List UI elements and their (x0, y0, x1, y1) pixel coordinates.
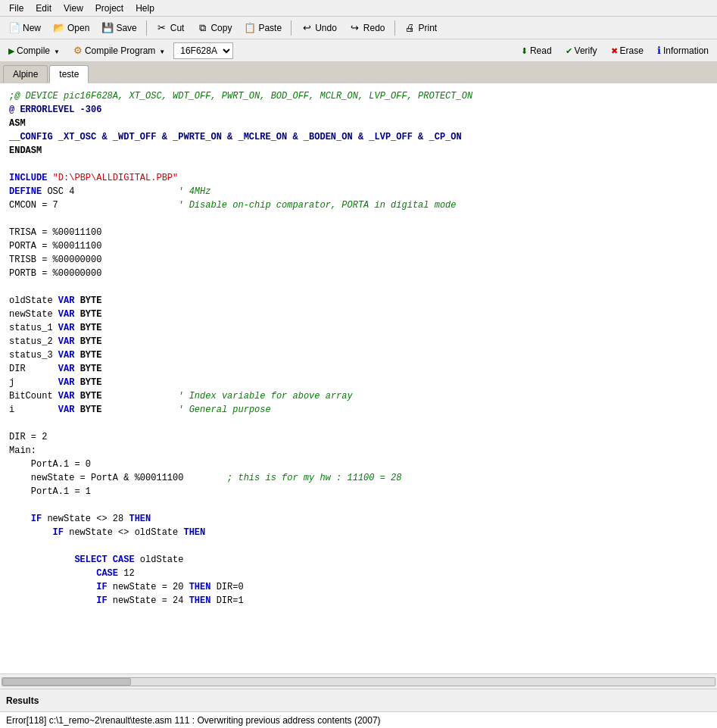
menu-file[interactable]: File (3, 2, 30, 15)
save-icon (101, 22, 114, 34)
code-content: ;@ DEVICE pic16F628A, XT_OSC, WDT_OFF, P… (0, 83, 717, 614)
compile-program-button[interactable]: Compile Program (68, 42, 170, 60)
sep2 (291, 20, 291, 36)
undo-label: Undo (315, 23, 337, 33)
paste-button[interactable]: Paste (238, 19, 287, 37)
compile-dropdown-arrow (52, 45, 60, 56)
menu-project[interactable]: Project (89, 2, 129, 15)
erase-label: Erase (620, 45, 644, 56)
save-label: Save (116, 23, 136, 33)
read-label: Read (530, 45, 552, 56)
print-button[interactable]: Print (399, 19, 443, 37)
compile-program-label: Compile Program (85, 45, 155, 56)
sep3 (394, 20, 395, 36)
erase-icon (611, 45, 618, 56)
hscroll-thumb[interactable] (2, 678, 131, 686)
save-button[interactable]: Save (96, 19, 142, 37)
redo-label: Redo (363, 23, 385, 33)
compile-button[interactable]: Compile (3, 42, 65, 60)
copy-button[interactable]: Copy (191, 19, 237, 37)
tab-bar: Alpine teste (0, 62, 717, 83)
cut-button[interactable]: Cut (151, 19, 190, 37)
print-label: Print (419, 23, 438, 33)
open-label: Open (67, 23, 89, 33)
code-editor[interactable]: ;@ DEVICE pic16F628A, XT_OSC, WDT_OFF, P… (0, 83, 717, 673)
menu-help[interactable]: Help (129, 2, 161, 15)
copy-icon (196, 22, 208, 34)
menu-edit[interactable]: Edit (30, 2, 58, 15)
compile-label: Compile (17, 45, 50, 56)
read-icon (521, 45, 528, 56)
device-select[interactable]: 16F628A (173, 42, 233, 59)
hscroll-track[interactable] (2, 677, 715, 686)
compile-program-icon (73, 45, 83, 56)
error-text: Error[118] c:\1_remo~2\renault\teste.asm… (6, 715, 381, 726)
tab-teste-label: teste (59, 69, 79, 80)
new-icon (8, 22, 20, 34)
error-bar: Error[118] c:\1_remo~2\renault\teste.asm… (0, 711, 717, 728)
redo-icon (349, 22, 361, 34)
print-icon (404, 22, 416, 34)
information-button[interactable]: Information (652, 42, 714, 60)
compile-icon (8, 45, 14, 56)
tab-alpine[interactable]: Alpine (3, 65, 48, 83)
sep1 (146, 20, 147, 36)
information-label: Information (663, 45, 709, 56)
main-toolbar: New Open Save Cut Copy Paste Undo Redo P… (0, 17, 717, 39)
read-button[interactable]: Read (516, 42, 557, 60)
cut-label: Cut (170, 23, 185, 33)
undo-button[interactable]: Undo (295, 19, 342, 37)
menu-view[interactable]: View (58, 2, 89, 15)
verify-icon (566, 45, 572, 56)
results-label: Results (6, 695, 39, 706)
copy-label: Copy (210, 23, 232, 33)
status-bar: Results (0, 689, 717, 711)
paste-label: Paste (258, 23, 282, 33)
redo-button[interactable]: Redo (344, 19, 391, 37)
verify-button[interactable]: Verify (560, 42, 603, 60)
verify-label: Verify (575, 45, 597, 56)
undo-icon (301, 22, 313, 34)
new-label: New (23, 23, 41, 33)
tab-teste[interactable]: teste (49, 65, 89, 83)
menu-bar: File Edit View Project Help (0, 0, 717, 17)
open-icon (53, 22, 65, 34)
paste-icon (244, 22, 256, 34)
erase-button[interactable]: Erase (606, 42, 649, 60)
compile-program-dropdown-arrow (157, 45, 165, 56)
info-icon (657, 45, 661, 56)
new-button[interactable]: New (3, 19, 46, 37)
tab-alpine-label: Alpine (13, 69, 38, 80)
horizontal-scrollbar[interactable] (0, 673, 717, 689)
open-button[interactable]: Open (48, 19, 95, 37)
compile-toolbar: Compile Compile Program 16F628A Read Ver… (0, 39, 717, 62)
cut-icon (156, 22, 168, 34)
